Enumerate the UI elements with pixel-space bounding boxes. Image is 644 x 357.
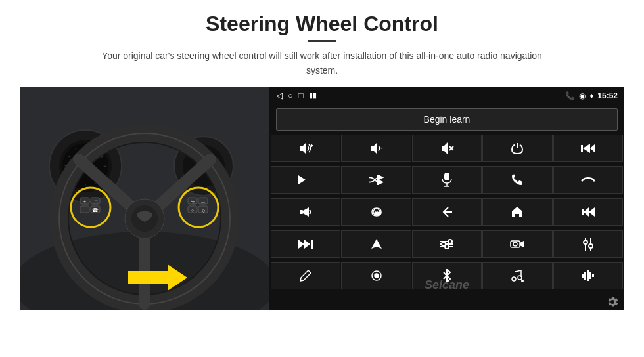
skip-forward-button[interactable] (271, 166, 340, 194)
controls-grid: + - (269, 135, 624, 293)
svg-text:📷: 📷 (191, 200, 196, 205)
svg-rect-49 (581, 145, 583, 152)
vol-down-button[interactable]: - (341, 135, 411, 162)
mute-button[interactable] (412, 135, 482, 162)
navigation-button[interactable] (341, 230, 411, 258)
signal-bars-icon: ▮▮ (309, 91, 317, 100)
head-unit-display: ◁ ○ □ ▮▮ 📞 ◉ ♦ 15:52 Begin learn (269, 87, 624, 310)
svg-text:-: - (380, 143, 383, 151)
svg-rect-66 (311, 240, 313, 249)
title-divider (308, 40, 336, 42)
svg-marker-51 (590, 144, 595, 153)
location-icon: ◉ (579, 91, 586, 100)
square-icon[interactable]: □ (298, 91, 304, 100)
svg-rect-93 (589, 272, 591, 279)
svg-point-83 (584, 240, 587, 244)
svg-rect-55 (444, 173, 449, 180)
circle-target-button[interactable] (341, 262, 411, 289)
prev-chapter-button[interactable] (553, 198, 623, 226)
svg-text:☎: ☎ (92, 207, 99, 213)
page-container: Steering Wheel Control Your original car… (0, 0, 644, 357)
svg-marker-50 (583, 144, 590, 153)
svg-rect-90 (582, 274, 584, 278)
svg-point-84 (589, 244, 593, 248)
audio-bars-button[interactable] (553, 262, 623, 289)
svg-rect-58 (300, 210, 303, 214)
svg-marker-53 (377, 175, 382, 180)
svg-marker-52 (298, 175, 306, 184)
svg-rect-61 (582, 209, 584, 215)
svg-rect-92 (587, 270, 589, 281)
svg-text:360°: 360° (375, 211, 381, 215)
svg-rect-94 (592, 274, 594, 277)
music-settings-button[interactable] (482, 262, 552, 289)
svg-text:○: ○ (191, 208, 194, 213)
camera-360-button[interactable]: 360° (341, 198, 411, 226)
home-navigate-button[interactable] (482, 198, 552, 226)
pen-button[interactable] (271, 262, 340, 289)
gear-settings-icon[interactable] (606, 295, 619, 308)
page-subtitle: Your original car's steering wheel contr… (85, 49, 559, 78)
phone-call-button[interactable] (482, 166, 552, 194)
horn-button[interactable] (271, 198, 340, 226)
svg-text:⋯: ⋯ (201, 200, 205, 204)
svg-marker-64 (298, 240, 304, 249)
svg-point-86 (375, 274, 379, 278)
steering-wheel-image: + - 🎵 ☎ 📷 ○ ⋯ ◇ (20, 87, 269, 310)
hang-up-button[interactable] (553, 166, 623, 194)
vol-up-button[interactable]: + (271, 135, 340, 162)
audio-mixer-button[interactable] (553, 230, 623, 258)
status-bar: ◁ ○ □ ▮▮ 📞 ◉ ♦ 15:52 (269, 87, 624, 104)
svg-marker-65 (304, 240, 310, 249)
shuffle-button[interactable] (341, 166, 411, 194)
svg-text:+: + (83, 200, 86, 204)
content-area: + - 🎵 ☎ 📷 ○ ⋯ ◇ (20, 87, 624, 310)
svg-point-89 (521, 280, 524, 282)
svg-point-88 (518, 276, 522, 280)
svg-marker-54 (377, 180, 382, 184)
svg-text:+: + (310, 142, 313, 149)
status-bar-right: 📞 ◉ ♦ 15:52 (565, 91, 618, 100)
prev-track-button[interactable] (553, 135, 623, 162)
page-title: Steering Wheel Control (206, 12, 438, 36)
bottom-bar (269, 293, 624, 310)
svg-marker-78 (520, 241, 524, 247)
power-button[interactable] (482, 135, 552, 162)
fast-forward-button[interactable] (271, 230, 340, 258)
svg-marker-63 (589, 207, 595, 217)
status-time: 15:52 (597, 91, 618, 100)
back-navigate-button[interactable] (412, 198, 482, 226)
svg-marker-67 (371, 239, 382, 249)
svg-rect-91 (584, 272, 586, 280)
svg-point-71 (448, 240, 452, 243)
back-arrow-icon[interactable]: ◁ (276, 91, 283, 100)
equalizer-button[interactable] (412, 230, 482, 258)
dash-cam-button[interactable] (482, 230, 552, 258)
begin-learn-button[interactable]: Begin learn (276, 108, 618, 131)
home-circle-icon[interactable]: ○ (288, 91, 293, 100)
svg-text:🎵: 🎵 (93, 200, 99, 205)
wifi-icon: ♦ (589, 91, 593, 100)
status-bar-left: ◁ ○ □ ▮▮ (276, 91, 317, 100)
svg-point-74 (445, 245, 449, 249)
microphone-button[interactable] (412, 166, 482, 194)
svg-marker-62 (584, 207, 589, 217)
svg-point-87 (512, 277, 516, 281)
bluetooth-button[interactable] (412, 262, 482, 289)
phone-status-icon: 📞 (565, 91, 575, 100)
